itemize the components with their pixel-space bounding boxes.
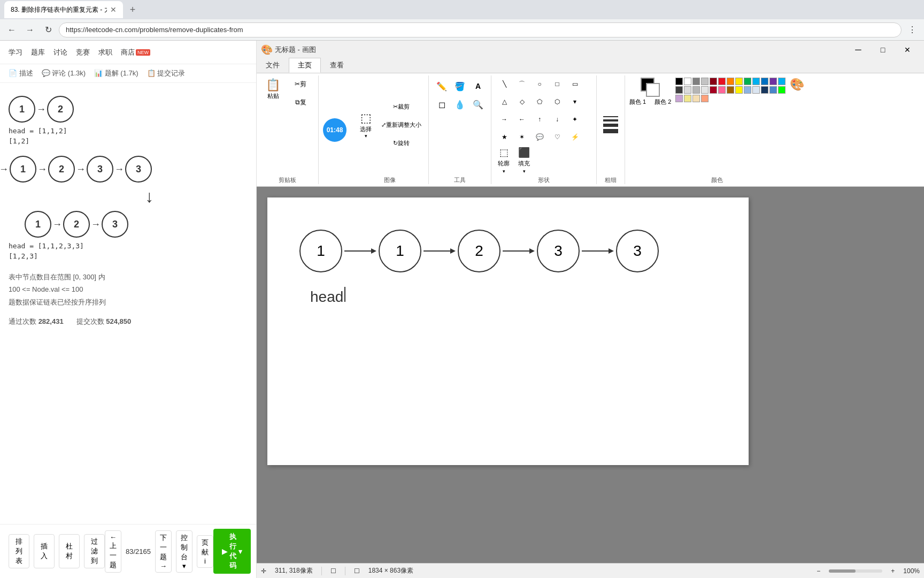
nav-store[interactable]: 商店 NEW — [121, 45, 150, 59]
resize-btn[interactable]: ⤢ 重新调整大小 — [379, 116, 424, 133]
thickness-3[interactable] — [603, 124, 618, 127]
swatch-cyan[interactable] — [778, 78, 786, 85]
zoom-in-btn[interactable]: + — [891, 567, 895, 575]
shape-arrow-l[interactable]: ← — [513, 111, 530, 128]
text-btn[interactable]: A — [469, 78, 487, 95]
swatch-lightblue[interactable] — [752, 78, 760, 85]
zoom-slider[interactable] — [829, 569, 882, 573]
tab-close-btn[interactable]: ✕ — [110, 5, 117, 14]
tab-home[interactable]: 主页 — [289, 58, 321, 73]
shape-more[interactable]: ▾ — [566, 93, 583, 110]
toolbar-solutions[interactable]: 📊 题解 (1.7k) — [94, 69, 138, 78]
swatch-black[interactable] — [675, 78, 683, 85]
close-btn[interactable]: ✕ — [895, 42, 920, 58]
nav-learn[interactable]: 学习 — [9, 45, 22, 59]
thickness-2[interactable] — [603, 119, 618, 121]
address-bar[interactable]: https://leetcode-cn.com/problems/remove-… — [59, 22, 902, 37]
tab-file[interactable]: 文件 — [257, 58, 289, 73]
nav-jobs[interactable]: 求职 — [98, 45, 112, 59]
swatch-medblue[interactable] — [769, 86, 777, 94]
swatch-yellow[interactable] — [735, 78, 743, 85]
shape-star5[interactable]: ★ — [496, 128, 513, 146]
shape-pentagon[interactable]: ⬠ — [531, 93, 548, 110]
run-code-btn[interactable]: ▶ 执行代码 ▾ — [213, 529, 251, 574]
swatch-salmon[interactable] — [701, 95, 709, 102]
swatch-navy[interactable] — [761, 86, 768, 94]
crop-btn[interactable]: ✂ 裁剪 — [379, 98, 424, 115]
list-btn[interactable]: 排列表 — [9, 534, 29, 568]
back-btn[interactable]: ← — [4, 22, 19, 37]
edit-colors-btn[interactable]: 🎨 — [790, 78, 804, 92]
color-selector[interactable] — [641, 78, 660, 97]
swatch-white[interactable] — [684, 78, 691, 85]
shape-rect[interactable]: □ — [549, 75, 566, 93]
shape-arrow-u[interactable]: ↑ — [531, 111, 548, 128]
swatch-white2[interactable] — [701, 86, 709, 94]
shape-lightning[interactable]: ⚡ — [566, 128, 583, 146]
shape-hexagon[interactable]: ⬡ — [549, 93, 566, 110]
shape-oval[interactable]: ○ — [531, 75, 548, 93]
swatch-crimson[interactable] — [710, 86, 717, 94]
shape-star4[interactable]: ✦ — [566, 111, 583, 128]
nav-discuss[interactable]: 讨论 — [53, 45, 67, 59]
swatch-pink[interactable] — [718, 86, 726, 94]
fill-shape-btn[interactable]: ⬛ 填充 ▾ — [518, 147, 530, 174]
swatch-khaki[interactable] — [684, 95, 691, 102]
shape-arrow-d[interactable]: ↓ — [549, 111, 566, 128]
color2-box[interactable] — [646, 83, 660, 97]
rotate-btn[interactable]: ↻ 旋转 — [379, 134, 424, 151]
nav-contest[interactable]: 竞赛 — [76, 45, 90, 59]
toolbar-submissions[interactable]: 📋 提交记录 — [147, 69, 186, 78]
swatch-silver[interactable] — [692, 86, 700, 94]
swatch-purple[interactable] — [769, 78, 777, 85]
swatch-bright-yellow[interactable] — [735, 86, 743, 94]
minimize-btn[interactable]: ─ — [846, 42, 871, 58]
eraser-btn[interactable]: ◻ — [433, 96, 450, 113]
swatch-darkred[interactable] — [710, 78, 717, 85]
select-btn[interactable]: ⬚ 选择 ▾ — [355, 109, 376, 141]
thickness-1[interactable] — [603, 116, 618, 117]
swatch-green[interactable] — [744, 78, 751, 85]
paste-btn[interactable]: 📋 粘贴 — [261, 75, 285, 111]
shape-triangle[interactable]: △ — [496, 93, 513, 110]
swatch-skyblue[interactable] — [744, 86, 751, 94]
swatch-lightgray[interactable] — [684, 86, 691, 94]
console-btn[interactable]: 控制台 ▾ — [176, 530, 192, 573]
toolbar-desc[interactable]: 📄 描述 — [9, 69, 33, 78]
swatch-wheat[interactable] — [692, 95, 700, 102]
swatch-darkgray[interactable] — [675, 86, 683, 94]
swatch-gray1[interactable] — [692, 78, 700, 85]
toolbar-comments[interactable]: 💬 评论 (1.3k) — [42, 69, 86, 78]
browser-tab[interactable]: 83. 删除排序链表中的重复元素 - 力 ✕ — [4, 1, 123, 18]
insert-btn[interactable]: 插入 — [34, 534, 55, 568]
forward-btn[interactable]: → — [22, 22, 37, 37]
swatch-red[interactable] — [718, 78, 726, 85]
magnify-btn[interactable]: 🔍 — [469, 96, 487, 113]
fill-btn[interactable]: 🪣 — [451, 78, 468, 95]
swatch-iceblue[interactable] — [752, 86, 760, 94]
shape-line[interactable]: ╲ — [496, 75, 513, 93]
nav-problems[interactable]: 题库 — [31, 45, 45, 59]
next-problem-btn[interactable]: 下一题 → — [155, 530, 172, 573]
shape-arrow-r[interactable]: → — [496, 111, 513, 128]
contribute-btn[interactable]: 页献 i — [197, 535, 213, 568]
shape-heart[interactable]: ♡ — [549, 128, 566, 146]
filter-btn[interactable]: 过滤到 — [84, 534, 105, 568]
extensions-btn[interactable]: ⋮ — [905, 22, 920, 37]
swatch-orange[interactable] — [727, 78, 734, 85]
maximize-btn[interactable]: □ — [871, 42, 895, 58]
zoom-out-btn[interactable]: − — [817, 567, 820, 575]
thickness-4[interactable] — [603, 129, 618, 133]
paint-canvas-area[interactable]: 1 1 — [257, 187, 924, 563]
colorpick-btn[interactable]: 💧 — [451, 96, 468, 113]
swatch-blue[interactable] — [761, 78, 768, 85]
tab-view[interactable]: 查看 — [321, 58, 353, 73]
shape-curve[interactable]: ⌒ — [513, 75, 530, 93]
shape-diamond[interactable]: ◇ — [513, 93, 530, 110]
shape-callout[interactable]: 💬 — [531, 128, 548, 146]
swatch-brown[interactable] — [727, 86, 734, 94]
swatch-lime[interactable] — [778, 86, 786, 94]
prev-problem-btn[interactable]: ← 上一题 — [105, 530, 121, 573]
refresh-btn[interactable]: ↻ — [41, 22, 56, 37]
copy-btn[interactable]: ⧉ 复 — [287, 94, 314, 111]
